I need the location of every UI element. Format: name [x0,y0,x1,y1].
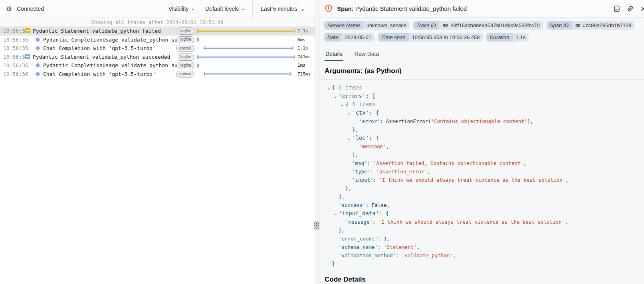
meta-badge-label: Time span [378,33,409,42]
code-token: : [396,252,402,258]
code-token: { [345,101,352,107]
meta-badge-value: 1.1s [513,33,529,42]
code-token: 'message' [345,219,373,225]
meta-badge-span-id[interactable]: Span ID#cc89a295db1b7109 [547,21,634,30]
meta-badge-value: 10:56:35.353 to 10:56:36.458 [409,33,483,42]
code-token: , [386,143,389,149]
code-token: { [386,210,389,216]
code-token: 'error_count' [339,236,378,242]
trace-time: 10:56:35 [0,45,25,51]
trace-row[interactable]: 10:56:36Pydantic Statement validate_pyth… [0,53,315,62]
chevron-down-icon[interactable]: ⌄ [333,92,339,101]
trace-duration: 1.1s [295,46,315,51]
code-token: , [565,177,569,183]
trace-row[interactable]: 10:56:35Pydantic Statement validate_pyth… [0,27,315,36]
code-token: { [332,84,339,91]
chevron-down-icon[interactable]: ⌄ [347,134,352,143]
code-token: } [345,185,349,191]
tab-raw-data[interactable]: Raw Data [354,48,380,61]
logfire-app: ⚙ Connected Visibility ⌄ Default levels … [0,0,644,284]
diamond-icon [35,71,40,77]
close-icon[interactable] [640,6,644,12]
code-token: , [453,252,456,258]
collapse-dash-icon [26,56,29,57]
code-line: ⌄'loc': ( [325,134,638,142]
link-icon [575,22,581,28]
scope-badge: logfire [178,62,194,69]
code-token: 'ctx' [352,109,369,116]
trace-row[interactable]: 10:56:35Chat Completion with 'gpt-3.5-tu… [0,44,315,53]
duration-bar [204,72,291,76]
meta-badge-label: Service Name [324,21,363,30]
span-kind-label: Span: [337,5,354,12]
visibility-dropdown[interactable]: Visibility ⌄ [168,6,195,12]
meta-row-ids: Service Nameunknown_serviceTrace ID#3ff1… [319,21,644,30]
dock-panel-icon[interactable] [613,5,620,12]
meta-badge-trace-id[interactable]: Trace ID#3ff16acbdde4a547b01d9c9c533fcc7… [413,21,543,30]
code-token: ( [376,135,379,141]
trace-duration: 741ms [295,54,315,60]
code-line: 'message': 'I think we should always tre… [325,218,638,226]
info-square-icon[interactable] [25,54,30,59]
code-token: } [332,260,335,267]
trace-panel: ⚙ Connected Visibility ⌄ Default levels … [0,0,315,284]
trace-duration: 725ms [295,71,315,77]
code-token: : [379,210,386,216]
trace-duration: 1ms [295,63,315,68]
code-line: ⌄'ctx': { [325,109,638,117]
link-icon[interactable] [626,5,634,12]
code-token: : [369,135,376,141]
code-line: }, [325,184,638,193]
trace-row[interactable]: 10:56:36Chat Completion with 'gpt-3.5-tu… [0,70,315,79]
code-token: { [376,109,379,116]
code-line: 'msg': 'Assertion failed, Contains objec… [325,159,638,167]
code-token: 'error' [359,118,380,124]
code-line: 'schema_name': 'Statement', [325,243,638,251]
chevron-down-icon[interactable]: ⌄ [327,84,332,92]
code-token: , [342,194,345,200]
chevron-down-icon[interactable]: ⌄ [340,101,345,109]
meta-badge-duration: Duration1.1s [486,33,529,42]
code-token: : [365,93,372,99]
code-details-heading: Code Details [325,276,639,284]
chevron-down-icon: ⌄ [190,5,195,11]
span-detail-panel: Span: Pydantic Statement validate_python… [319,0,644,284]
code-token: , [355,152,359,158]
warn-square-icon[interactable] [25,28,30,33]
diamond-icon [35,62,40,68]
trace-label: Chat Completion with 'gpt-3.5-turbo' [43,45,176,51]
tab-details[interactable]: Details [325,48,343,61]
trace-row[interactable]: 10:56:36Pydantic CompletionUsage validat… [0,61,315,70]
code-token: , [386,202,390,208]
meta-badge-text: 1.1s [516,34,526,40]
diamond-icon [35,37,40,43]
trace-label: Pydantic CompletionUsage validate_python… [43,62,178,68]
span-title: Span: Pydantic Statement validate_python… [337,5,467,12]
code-token: False [372,202,387,208]
time-range-dropdown[interactable]: Last 5 minutes ⌄ [252,0,315,18]
chevron-down-icon: ⌄ [300,6,305,12]
code-token: : AssertionError( [380,118,431,124]
code-token: 6 items [339,84,362,91]
trace-time: 10:56:36 [0,71,25,77]
code-token: 'errors' [339,93,365,99]
trace-row[interactable]: 10:56:35Pydantic CompletionUsage validat… [0,36,315,44]
code-token: 'Assertion failed, Contains objectionabl… [373,160,523,166]
meta-badge-text: 10:56:35.353 to 10:56:36.458 [412,34,480,40]
code-line: ), [325,151,638,159]
detail-tabs: DetailsRaw Data [319,48,644,61]
meta-badge-time-span: Time span10:56:35.353 to 10:56:36.458 [378,33,483,42]
code-token: ), [527,118,533,124]
gear-icon[interactable]: ⚙ [6,6,12,12]
code-token: : [373,219,378,225]
code-token: : [378,244,384,250]
chevron-down-icon[interactable]: ⌄ [333,210,339,218]
default-levels-dropdown[interactable]: Default levels ⌄ [205,6,245,12]
trace-label: Chat Completion with 'gpt-3.5-turbo' [43,71,176,77]
code-token: : [367,160,373,166]
chevron-down-icon[interactable]: ⌄ [347,109,352,117]
panel-divider[interactable] [315,0,319,284]
span-header-actions [613,5,642,12]
meta-badge-text: 2024-05-01 [345,34,371,40]
chevron-down-icon: ⌄ [241,5,245,11]
